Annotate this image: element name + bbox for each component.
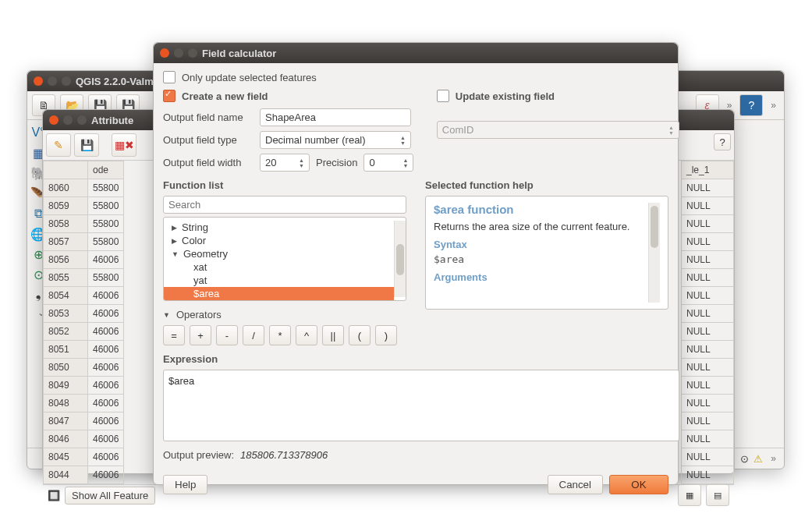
close-icon[interactable] <box>34 76 43 86</box>
dialog-title: Field calculator <box>202 48 276 59</box>
table-row[interactable]: NULL <box>682 448 734 466</box>
list-item: xat <box>164 260 394 274</box>
search-input[interactable] <box>163 196 406 214</box>
close-icon[interactable] <box>49 115 59 125</box>
help-desc: Returns the area size of the current fea… <box>434 221 645 232</box>
operator-button[interactable]: - <box>216 325 238 345</box>
maximize-icon[interactable] <box>188 48 197 58</box>
table-row[interactable]: 804546006 <box>44 448 124 466</box>
operator-button[interactable]: ^ <box>296 325 317 345</box>
create-new-label: Create a new field <box>182 90 268 102</box>
form-view-icon[interactable]: ▦ <box>678 484 701 506</box>
selected-help-title: Selected function help <box>425 179 668 191</box>
col-ode[interactable]: ode <box>88 161 124 179</box>
table-row[interactable]: 805855800 <box>44 215 124 233</box>
attr-table[interactable]: ode 806055800805955800805855800805755800… <box>43 161 124 484</box>
edit-icon[interactable]: ✎ <box>46 133 71 157</box>
update-existing-checkbox[interactable] <box>437 90 449 102</box>
precision-spin[interactable]: 0 ▲▼ <box>363 154 413 172</box>
precision-label: Precision <box>316 157 357 168</box>
chevron-right-icon[interactable]: » <box>768 453 779 464</box>
chevron-right-icon[interactable]: » <box>768 100 779 111</box>
table-row[interactable]: 805755800 <box>44 233 124 251</box>
chevron-down-icon[interactable]: ▼ <box>163 311 170 319</box>
table-row[interactable]: 805555800 <box>44 269 124 287</box>
table-row[interactable]: NULL <box>682 179 734 197</box>
maximize-icon[interactable] <box>77 115 87 125</box>
table-row[interactable]: NULL <box>682 323 734 341</box>
table-row[interactable]: 804946006 <box>44 377 124 395</box>
out-type-combo[interactable]: Decimal number (real) ▲▼ <box>260 131 411 149</box>
only-update-checkbox[interactable] <box>163 71 176 83</box>
table-row[interactable]: NULL <box>682 287 734 305</box>
operator-button[interactable]: || <box>322 325 344 345</box>
table-view-icon[interactable]: ▤ <box>706 484 729 506</box>
maximize-icon[interactable] <box>62 76 71 86</box>
operator-button[interactable]: / <box>243 325 264 345</box>
help-icon[interactable]: ? <box>739 94 763 116</box>
table-row[interactable]: NULL <box>682 341 734 359</box>
table-row[interactable]: NULL <box>682 430 734 448</box>
help-small-icon[interactable]: ? <box>714 133 731 150</box>
operator-button[interactable]: * <box>269 325 291 345</box>
list-item-selected: $area <box>164 287 394 300</box>
table-row[interactable]: 805446006 <box>44 287 124 305</box>
minimize-icon[interactable] <box>174 48 183 58</box>
help-button[interactable]: Help <box>163 475 207 494</box>
function-list-title: Function list <box>163 179 406 191</box>
table-row[interactable]: NULL <box>682 466 734 484</box>
operator-button[interactable]: ) <box>375 325 397 345</box>
delete-icon[interactable]: ▦✖ <box>112 133 137 157</box>
table-row[interactable]: 805146006 <box>44 341 124 359</box>
out-width-spin[interactable]: 20 ▲▼ <box>260 154 310 172</box>
out-width-label: Output field width <box>163 157 254 168</box>
list-item: $length <box>164 300 394 301</box>
update-existing-label: Update existing field <box>456 90 555 102</box>
table-row[interactable]: NULL <box>682 215 734 233</box>
ok-button[interactable]: OK <box>609 475 668 494</box>
list-item: ▼Geometry <box>164 247 394 260</box>
out-name-input[interactable] <box>260 108 411 126</box>
table-row[interactable]: NULL <box>682 233 734 251</box>
table-row[interactable]: NULL <box>682 395 734 412</box>
help-box: $area function Returns the area size of … <box>425 196 668 310</box>
create-new-checkbox[interactable] <box>163 90 176 102</box>
table-row[interactable]: 805646006 <box>44 251 124 269</box>
table-row[interactable]: NULL <box>682 251 734 269</box>
operator-button[interactable]: ( <box>349 325 371 345</box>
attr-title: Attribute <box>91 115 133 126</box>
table-row[interactable]: NULL <box>682 359 734 377</box>
table-row[interactable]: 805955800 <box>44 197 124 215</box>
table-row[interactable]: NULL <box>682 305 734 323</box>
save-edits-icon[interactable]: 💾 <box>74 133 99 157</box>
table-row[interactable]: NULL <box>682 197 734 215</box>
table-row[interactable]: NULL <box>682 269 734 287</box>
minimize-icon[interactable] <box>63 115 73 125</box>
operator-button[interactable]: = <box>163 325 185 345</box>
cancel-button[interactable]: Cancel <box>548 475 604 494</box>
scrollbar[interactable] <box>394 221 406 297</box>
minimize-icon[interactable] <box>48 76 57 86</box>
dialog-titlebar[interactable]: Field calculator <box>154 43 678 63</box>
close-icon[interactable] <box>160 48 169 58</box>
attr-table-right[interactable]: _le_1 NULLNULLNULLNULLNULLNULLNULLNULLNU… <box>681 161 734 484</box>
scrollbar[interactable] <box>648 203 660 303</box>
table-row[interactable]: NULL <box>682 377 734 395</box>
table-row[interactable]: 804846006 <box>44 395 124 412</box>
show-all-button[interactable]: Show All Feature <box>65 487 155 505</box>
filter-icon[interactable]: 🔲 <box>48 490 60 501</box>
table-row[interactable]: NULL <box>682 412 734 430</box>
table-row[interactable]: 806055800 <box>44 179 124 197</box>
table-row[interactable]: 804446006 <box>44 466 124 484</box>
table-row[interactable]: 805046006 <box>44 359 124 377</box>
table-row[interactable]: 805346006 <box>44 305 124 323</box>
operator-button[interactable]: + <box>190 325 211 345</box>
table-row[interactable]: 804646006 <box>44 430 124 448</box>
expression-input[interactable]: $area <box>163 370 679 441</box>
function-list[interactable]: ▶String ▶Color ▼Geometry xat yat $area $… <box>163 217 406 301</box>
table-row[interactable]: 804746006 <box>44 412 124 430</box>
preview-label: Output preview: <box>163 449 234 461</box>
col-le1[interactable]: _le_1 <box>682 161 734 179</box>
table-row[interactable]: 805246006 <box>44 323 124 341</box>
out-type-label: Output field type <box>163 134 254 146</box>
